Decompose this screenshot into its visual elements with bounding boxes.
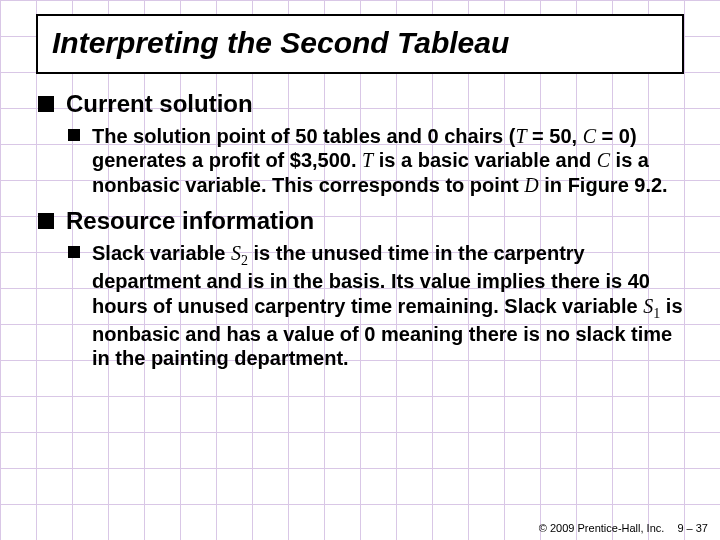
bullet-resource-information: Resource information Slack variable S2 i… xyxy=(36,207,684,370)
text-fragment: is a basic variable and xyxy=(373,149,596,171)
slide-title: Interpreting the Second Tableau xyxy=(52,26,668,60)
square-bullet-icon xyxy=(38,213,54,229)
sub-bullet: Slack variable S2 is the unused time in … xyxy=(66,241,684,370)
text-fragment: = 50, xyxy=(527,125,583,147)
slide-content: Interpreting the Second Tableau Current … xyxy=(0,14,720,371)
variable-S1: S1 xyxy=(643,295,660,317)
bullet-list: Current solution The solution point of 5… xyxy=(36,90,684,371)
sub-text: The solution point of 50 tables and 0 ch… xyxy=(92,124,684,197)
text-fragment: The solution point of 50 tables and 0 ch… xyxy=(92,125,515,147)
var-letter: S xyxy=(231,242,241,264)
square-bullet-icon xyxy=(38,96,54,112)
title-box: Interpreting the Second Tableau xyxy=(36,14,684,74)
var-letter: S xyxy=(643,295,653,317)
square-bullet-small-icon xyxy=(68,246,80,258)
footer: © 2009 Prentice-Hall, Inc. 9 – 37 xyxy=(539,522,708,534)
sub-text: Slack variable S2 is the unused time in … xyxy=(92,241,684,370)
variable-T: T xyxy=(362,149,373,171)
sub-bullet: The solution point of 50 tables and 0 ch… xyxy=(66,124,684,197)
bullet-current-solution: Current solution The solution point of 5… xyxy=(36,90,684,197)
sub-list: Slack variable S2 is the unused time in … xyxy=(66,241,684,370)
variable-D: D xyxy=(524,174,538,196)
variable-C: C xyxy=(583,125,596,147)
text-fragment: in Figure 9.2. xyxy=(539,174,668,196)
sub-list: The solution point of 50 tables and 0 ch… xyxy=(66,124,684,197)
variable-T: T xyxy=(515,125,526,147)
var-subscript: 2 xyxy=(241,253,248,268)
square-bullet-small-icon xyxy=(68,129,80,141)
bullet-label: Current solution xyxy=(66,90,684,118)
page-number: 9 – 37 xyxy=(677,522,708,534)
copyright-text: © 2009 Prentice-Hall, Inc. xyxy=(539,522,665,534)
variable-C: C xyxy=(597,149,610,171)
variable-S2: S2 xyxy=(231,242,248,264)
bullet-label: Resource information xyxy=(66,207,684,235)
text-fragment: Slack variable xyxy=(92,242,231,264)
